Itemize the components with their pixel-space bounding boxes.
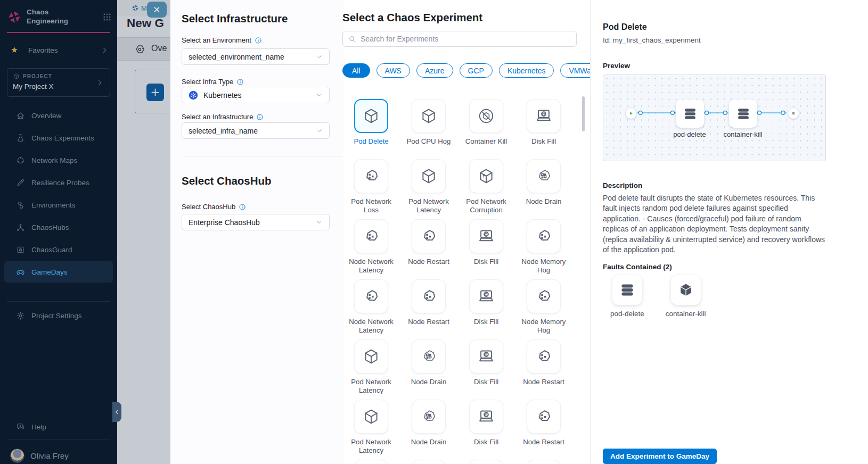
experiment-card-disk-fill[interactable] — [469, 279, 503, 313]
search-input[interactable] — [361, 35, 571, 43]
search-icon — [348, 35, 356, 43]
info-icon[interactable] — [255, 37, 262, 44]
experiment-card-label: Node Network Latency — [343, 258, 399, 274]
experiment-card-disk-fill[interactable] — [469, 400, 503, 434]
add-button[interactable] — [146, 84, 164, 101]
infrastructure-panel: Select Infrastructure Select an Environm… — [170, 0, 342, 464]
experiment-card-node-restart[interactable] — [527, 400, 561, 434]
filter-chip-all[interactable]: All — [342, 63, 370, 78]
experiment-title: Pod Delete — [603, 22, 647, 32]
sidebar-item-project-settings[interactable]: Project Settings — [0, 304, 117, 327]
experiment-card-node-drain[interactable] — [412, 400, 446, 434]
sidebar-item-chaoshubs[interactable]: ChaosHubs — [0, 216, 117, 238]
experiment-card-pod-delete[interactable] — [354, 99, 388, 133]
sidebar-item-chaosguard[interactable]: ChaosGuard — [0, 238, 117, 261]
sidebar-collapse-handle[interactable] — [112, 402, 121, 422]
info-icon[interactable] — [239, 203, 246, 211]
filter-chip-aws[interactable]: AWS — [376, 63, 410, 78]
experiment-card-node-drain[interactable] — [527, 159, 561, 193]
sidebar-divider — [7, 301, 110, 302]
favorites-label: Favorites — [28, 46, 58, 54]
experiment-card-node-network-latency[interactable] — [354, 219, 388, 253]
info-icon[interactable] — [256, 113, 264, 121]
flow-start-node[interactable] — [625, 107, 637, 119]
cube-icon — [420, 167, 438, 185]
experiment-card-node-memory-hog[interactable] — [527, 219, 561, 253]
experiment-card-label: Node Network Latency — [343, 318, 399, 334]
flow-node-container-kill[interactable] — [729, 100, 757, 128]
fault-card[interactable] — [671, 275, 701, 305]
experiment-card-container-kill[interactable] — [469, 99, 503, 133]
fault-item-container-kill[interactable]: container-kill — [666, 275, 706, 318]
scrollbar-thumb[interactable] — [582, 96, 585, 131]
flow-stop-node[interactable] — [788, 107, 799, 119]
experiment-card-pod-network-latency[interactable] — [354, 400, 388, 434]
project-settings-label: Project Settings — [31, 312, 82, 320]
experiment-card-pod-network-loss[interactable] — [354, 159, 388, 193]
home-icon — [16, 111, 25, 120]
sidebar-item-label: Network Maps — [31, 156, 77, 164]
user-profile[interactable]: Olivia Frey — [10, 449, 69, 463]
experiment-card-label: Node Drain — [526, 197, 562, 206]
chaoshub-section-title: Select ChaosHub — [182, 175, 272, 187]
experiment-card-partial[interactable] — [469, 460, 503, 464]
project-selector[interactable]: PROJECT My Project X — [7, 68, 110, 97]
fault-card[interactable] — [612, 275, 642, 305]
infrastructure-select[interactable]: selected_infra_name — [182, 122, 330, 139]
chevron-down-icon — [316, 219, 323, 226]
experiment-card-node-restart[interactable] — [527, 339, 561, 374]
filter-chip-azure[interactable]: Azure — [416, 63, 453, 78]
flow-node-pod-delete[interactable] — [676, 100, 704, 128]
experiment-card-partial[interactable] — [412, 460, 446, 464]
infra-type-select[interactable]: Kubernetes — [182, 87, 330, 103]
experiment-card-pod-network-latency[interactable] — [412, 159, 446, 193]
infrastructure-label: Select an Infrastructure — [182, 113, 264, 121]
experiment-card-pod-network-latency[interactable] — [354, 339, 388, 374]
cubebolt-icon — [477, 167, 495, 185]
add-experiment-to-gameday-button[interactable]: Add Experiment to GameDay — [603, 449, 717, 464]
experiment-card-node-network-latency[interactable] — [354, 279, 388, 313]
info-icon[interactable] — [236, 78, 244, 86]
experiment-card-label: Node Drain — [411, 378, 447, 386]
sidebar-item-environments[interactable]: Environments — [0, 194, 117, 216]
infrastructure-panel-title: Select Infrastructure — [182, 12, 288, 25]
node-icon — [362, 227, 380, 245]
avatar — [10, 449, 24, 463]
experiment-card-disk-fill[interactable] — [469, 339, 503, 374]
experiment-card-label: Pod CPU Hog — [407, 137, 451, 146]
experiment-card-pod-network-corruption[interactable] — [469, 159, 503, 193]
environment-select[interactable]: selected_environment_name — [182, 48, 330, 65]
experiment-card-disk-fill[interactable] — [527, 99, 561, 133]
page-tabbar: Ove — [117, 37, 170, 61]
sidebar-item-overview[interactable]: Overview — [0, 104, 117, 127]
experiment-card-label: Node Drain — [411, 438, 447, 446]
filter-chip-kubernetes[interactable]: Kubernetes — [499, 63, 554, 78]
experiment-search[interactable] — [342, 31, 577, 47]
experiment-detail-panel: Pod Delete Id: my_first_chaos_experiment… — [590, 0, 868, 464]
tab-overview[interactable]: Ove — [151, 44, 167, 53]
lock-icon — [16, 245, 25, 254]
experiment-panel-title: Select a Chaos Experiment — [342, 11, 482, 24]
sidebar-item-chaos-experiments[interactable]: Chaos Experiments — [0, 127, 117, 149]
sidebar-item-help[interactable]: Help — [0, 416, 117, 438]
description-label: Description — [603, 181, 642, 189]
filter-chip-gcp[interactable]: GCP — [460, 63, 493, 78]
experiment-card-partial[interactable] — [527, 460, 561, 464]
sidebar-item-network-maps[interactable]: Network Maps — [0, 149, 117, 171]
experiment-card-node-drain[interactable] — [412, 339, 446, 374]
sidebar-item-resilience-probes[interactable]: Resilience Probes — [0, 171, 117, 194]
close-button[interactable] — [147, 2, 167, 18]
experiment-card-partial[interactable] — [354, 460, 388, 464]
sidebar-item-favorites[interactable]: Favorites — [7, 44, 110, 56]
experiment-card-node-restart[interactable] — [412, 279, 446, 313]
module-switcher-icon[interactable] — [102, 12, 112, 22]
experiment-card-node-memory-hog[interactable] — [527, 279, 561, 313]
experiment-card-pod-cpu-hog[interactable] — [412, 99, 446, 133]
chaoshub-select[interactable]: Enterprise ChaosHub — [182, 214, 330, 230]
experiment-card-disk-fill[interactable] — [469, 219, 503, 253]
experiment-card-label: Disk Fill — [474, 318, 498, 326]
experiment-card-node-restart[interactable] — [412, 219, 446, 253]
background-page: My Proj New G Ove — [117, 0, 170, 464]
sidebar-item-gamedays[interactable]: GameDays — [4, 261, 113, 283]
fault-item-pod-delete[interactable]: pod-delete — [610, 275, 644, 318]
